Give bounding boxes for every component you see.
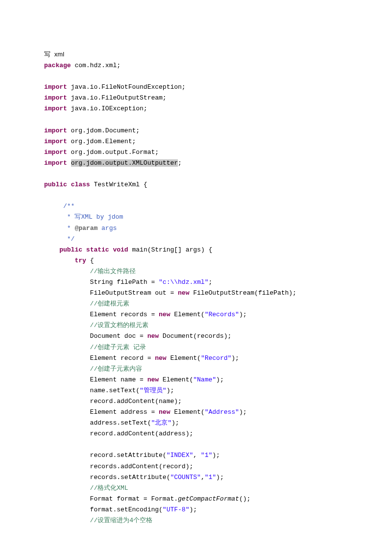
text: ,	[193, 452, 201, 459]
text	[67, 159, 71, 167]
code-line: * @param args	[44, 223, 348, 234]
javadoc: * 写XML by jdom	[44, 213, 123, 221]
text: org.jdom.Element;	[67, 138, 136, 145]
code-line: /**	[44, 201, 348, 212]
blank-line	[44, 439, 348, 450]
text: org.jdom.output.Format;	[67, 149, 159, 156]
code-line: records.setAttribute("COUNTS","1");	[44, 472, 348, 483]
code-line: record.addContent(name);	[44, 396, 348, 407]
text: Element(	[170, 408, 204, 416]
text: );	[212, 452, 220, 459]
text: Element(	[167, 354, 201, 362]
keyword: new	[147, 332, 159, 340]
code-line: package com.hdz.xml;	[44, 60, 348, 71]
text: );	[216, 376, 224, 383]
text: record.setAttribute(	[44, 452, 167, 459]
text: xml	[54, 50, 64, 58]
blank-line	[44, 190, 348, 201]
text: FileOutputStream(filePath);	[189, 289, 296, 297]
code-line: record.setAttribute("INDEX", "1");	[44, 450, 348, 461]
code-line: address.setText("北京");	[44, 418, 348, 429]
keyword: class	[71, 181, 90, 188]
code-line: //设置缩进为4个空格	[44, 515, 348, 526]
keyword: import	[44, 159, 67, 167]
string: "COUNTS"	[170, 474, 200, 481]
comment: //创建子元素内容	[44, 365, 142, 373]
code-line: * 写XML by jdom	[44, 212, 348, 223]
static-method: getCompactFormat	[178, 495, 239, 503]
keyword: import	[44, 83, 67, 91]
text: Element records =	[44, 311, 159, 318]
keyword: new	[159, 408, 170, 416]
text: 写	[44, 51, 54, 58]
code-line: 写 xml	[44, 49, 348, 60]
text: );	[189, 506, 197, 513]
keyword: new	[159, 311, 170, 318]
string: "c:\\hdz.xml"	[159, 278, 208, 286]
text: );	[239, 408, 247, 416]
keyword: public	[44, 246, 82, 253]
code-line: */	[44, 234, 348, 245]
string: "Records"	[205, 311, 239, 318]
keyword: void	[113, 246, 128, 253]
code-line: Element name = new Element("Name");	[44, 375, 348, 385]
text: java.io.FileOutputStream;	[67, 94, 167, 101]
comment: //创建子元素 记录	[44, 344, 146, 351]
code-line: Document doc = new Document(records);	[44, 331, 348, 342]
keyword: package	[44, 62, 71, 69]
code-line: name.setText("管理员");	[44, 385, 348, 396]
code-line: try {	[44, 255, 348, 266]
keyword: new	[155, 354, 166, 362]
code-line: Format format = Format.getCompactFormat(…	[44, 494, 348, 505]
annotation: @param	[74, 225, 98, 232]
code-line: Element record = new Element("Record");	[44, 353, 348, 364]
code-line: //创建根元素	[44, 299, 348, 309]
code-line: String filePath = "c:\\hdz.xml";	[44, 277, 348, 288]
code-line: //输出文件路径	[44, 266, 348, 277]
text: java.io.IOException;	[67, 105, 147, 112]
keyword: public	[44, 181, 67, 188]
text: org.jdom.Document;	[67, 127, 140, 134]
text: );	[172, 419, 179, 427]
comment: //格式化XML	[44, 484, 128, 492]
text: {	[86, 257, 94, 264]
text: record.addContent(name);	[44, 398, 182, 405]
code-document: 写 xml package com.hdz.xml; import java.i…	[0, 0, 392, 555]
code-line: public static void main(String[] args) {	[44, 245, 348, 255]
comment: //输出文件路径	[44, 268, 136, 275]
comment: //设置文档的根元素	[44, 322, 148, 329]
text: ;	[208, 278, 212, 286]
text: main(String[] args) {	[128, 246, 213, 253]
blank-line	[44, 169, 348, 179]
text: Element(	[170, 311, 204, 318]
text: name.setText(	[44, 387, 140, 394]
text: Document doc =	[44, 332, 147, 340]
text: ,	[201, 474, 205, 481]
string: "UTF-8"	[163, 506, 190, 513]
highlighted-text: org.jdom.output.XMLOutputter	[71, 159, 178, 167]
keyword: import	[44, 138, 67, 145]
text: com.hdz.xml;	[71, 62, 121, 69]
text: Document(records);	[159, 332, 231, 340]
text: String filePath =	[44, 278, 159, 286]
text: );	[239, 311, 247, 318]
text: records.addContent(record);	[44, 463, 193, 470]
text: );	[167, 387, 174, 394]
code-line: import org.jdom.Element;	[44, 136, 348, 147]
code-line: import java.io.IOException;	[44, 103, 348, 114]
javadoc: args	[98, 225, 117, 232]
javadoc: /**	[44, 202, 74, 210]
code-line: import java.io.FileNotFoundException;	[44, 82, 348, 93]
text: format.setEncoding(	[44, 506, 163, 513]
code-line: //设置文档的根元素	[44, 320, 348, 331]
text: Format format = Format.	[44, 495, 178, 503]
code-line: //创建子元素 记录	[44, 342, 348, 353]
code-line: Element records = new Element("Records")…	[44, 309, 348, 320]
comment: //创建根元素	[44, 300, 129, 307]
code-line: FileOutputStream out = new FileOutputStr…	[44, 288, 348, 299]
string: "管理员"	[140, 387, 167, 394]
keyword: new	[178, 289, 189, 297]
keyword: import	[44, 105, 67, 112]
code-line: records.addContent(record);	[44, 461, 348, 472]
code-line: import org.jdom.output.Format;	[44, 147, 348, 158]
